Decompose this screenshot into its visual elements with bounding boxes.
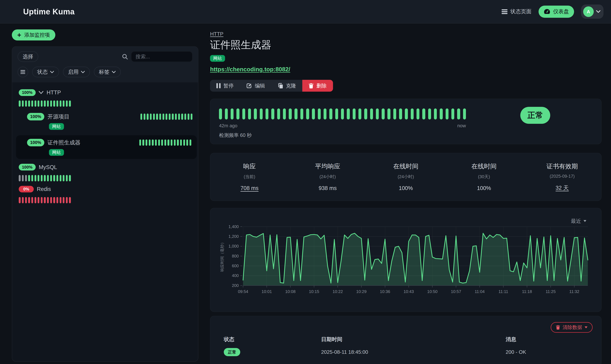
clear-data-button[interactable]: 清除数据 (551, 322, 593, 333)
heartbeat-up (184, 114, 186, 120)
table-row-message: 200 - OK (506, 348, 592, 356)
column-header-status: 状态 (224, 336, 321, 343)
stat-value[interactable]: 32 天 (523, 184, 601, 192)
nav-dashboard-button[interactable]: 仪表盘 (539, 6, 574, 18)
heartbeat-up (69, 100, 71, 107)
search-icon (122, 53, 128, 60)
svg-text:响应时间（毫秒）: 响应时间（毫秒） (220, 240, 224, 272)
heartbeat-up (178, 114, 180, 120)
nav-status-pages-label: 状态页面 (510, 8, 532, 15)
heartbeat-up (159, 114, 161, 120)
monitor-group-http[interactable]: 100% HTTP (12, 88, 198, 98)
app-title[interactable]: Uptime Kuma (23, 7, 75, 16)
add-monitor-button[interactable]: + 添加监控项 (12, 29, 55, 40)
heartbeat-up (53, 175, 55, 181)
heartbeat-down (31, 197, 33, 203)
heartbeat-up (25, 100, 27, 107)
edit-button[interactable]: 编辑 (240, 80, 271, 92)
heartbeat-up (141, 114, 142, 120)
heartbeat-up (56, 175, 58, 181)
delete-button[interactable]: 删除 (302, 80, 333, 92)
user-menu[interactable]: A (581, 4, 603, 19)
heartbeat-up (53, 100, 55, 107)
caret-down-icon (585, 326, 587, 328)
heartbeat-empty (19, 175, 20, 181)
select-button[interactable]: 选择 (18, 51, 38, 62)
svg-text:10:57: 10:57 (451, 289, 461, 294)
heartbeat-up (69, 175, 71, 181)
stats-card: 响应 (当前) 708 ms 平均响应 (24小时) 938 ms 在线时间 (… (210, 153, 602, 201)
tag-chip: 网站 (49, 149, 64, 156)
heartbeat-up (142, 140, 144, 146)
heartbeat-up (161, 140, 163, 146)
breadcrumb[interactable]: HTTP (210, 31, 223, 37)
add-monitor-label: 添加监控项 (24, 31, 50, 38)
heartbeat-up (440, 108, 442, 119)
stat-value: 100% (367, 185, 445, 191)
svg-text:400: 400 (232, 273, 239, 278)
pause-icon (216, 83, 221, 88)
nav-status-pages[interactable]: 状态页面 (502, 8, 531, 15)
heartbeat-up (387, 108, 390, 119)
heartbeat-up (289, 108, 292, 119)
heartbeat-up (47, 175, 49, 181)
heartbeat-up (411, 108, 414, 119)
heartbeat-up (171, 140, 172, 146)
filter-status-dropdown[interactable]: 状态 (32, 67, 59, 77)
heartbeat-up (341, 108, 344, 119)
heartbeat-up (376, 108, 379, 119)
heartbeat-up (149, 140, 151, 146)
heartbeat-up (158, 140, 160, 146)
heartbeat-up (41, 175, 42, 181)
svg-text:10:08: 10:08 (285, 289, 295, 294)
heartbeat-up (428, 108, 431, 119)
heartbeat-card: 42m ago now 检测频率 60 秒 正常 (210, 99, 602, 144)
uptime-pill: 100% (19, 89, 36, 96)
svg-text:10:36: 10:36 (380, 289, 390, 294)
monitor-item-kaiyuan[interactable]: 100% 开源项目 网站 (12, 109, 198, 133)
stat-uptime-24h: 在线时间 (24小时) 100% (367, 162, 445, 192)
heartbeat-up (38, 100, 39, 107)
heartbeat-up (44, 175, 46, 181)
svg-text:11:04: 11:04 (475, 289, 485, 294)
search-input[interactable] (131, 51, 192, 62)
chevron-down-icon[interactable] (39, 91, 43, 94)
heartbeat-up (188, 114, 189, 120)
heartbeat-up (145, 140, 147, 146)
uptime-pill: 100% (27, 139, 44, 146)
clone-button[interactable]: 克隆 (271, 80, 302, 92)
heartbeat-bar (12, 98, 198, 110)
heartbeat-bar (141, 114, 192, 120)
monitor-name: HTTP (47, 89, 61, 96)
filter-list-button[interactable] (18, 67, 28, 77)
heartbeat-bar (12, 172, 198, 184)
pause-button[interactable]: 暂停 (210, 80, 240, 92)
heartbeat-up (164, 140, 166, 146)
status-badge: 正常 (224, 348, 240, 356)
heartbeat-up (295, 108, 297, 119)
heartbeat-up (56, 100, 58, 107)
heartbeat-up (405, 108, 408, 119)
heartbeat-up (166, 114, 167, 120)
heartbeat-up (457, 108, 460, 119)
heartbeat-up (152, 140, 154, 146)
monitor-item-mysql[interactable]: 100% MySQL (12, 162, 198, 172)
header-nav: 状态页面 仪表盘 A (502, 4, 603, 19)
heartbeat-up (191, 114, 192, 120)
heartbeat-up (139, 140, 141, 146)
filter-active-dropdown[interactable]: 启用 (63, 67, 90, 77)
monitor-name: MySQL (39, 164, 57, 170)
stat-value[interactable]: 708 ms (210, 185, 288, 191)
monitor-url-link[interactable]: https://chencoding.top:8082/ (210, 66, 290, 73)
heartbeat-up (181, 114, 183, 120)
svg-text:11:25: 11:25 (546, 289, 556, 294)
monitor-item-redis[interactable]: 0% Redis (12, 184, 198, 194)
svg-text:11:32: 11:32 (569, 289, 579, 294)
stat-response-current: 响应 (当前) 708 ms (210, 162, 288, 192)
heartbeat-empty (25, 175, 27, 181)
monitor-list-panel: 选择 状态 (12, 46, 198, 362)
filter-tags-dropdown[interactable]: 标签 (94, 67, 121, 77)
monitor-name: 开源项目 (48, 113, 69, 120)
monitor-item-zhengjianzhao-selected[interactable]: 100% 证件照生成器 网站 (16, 135, 197, 159)
heartbeat-up (63, 175, 65, 181)
